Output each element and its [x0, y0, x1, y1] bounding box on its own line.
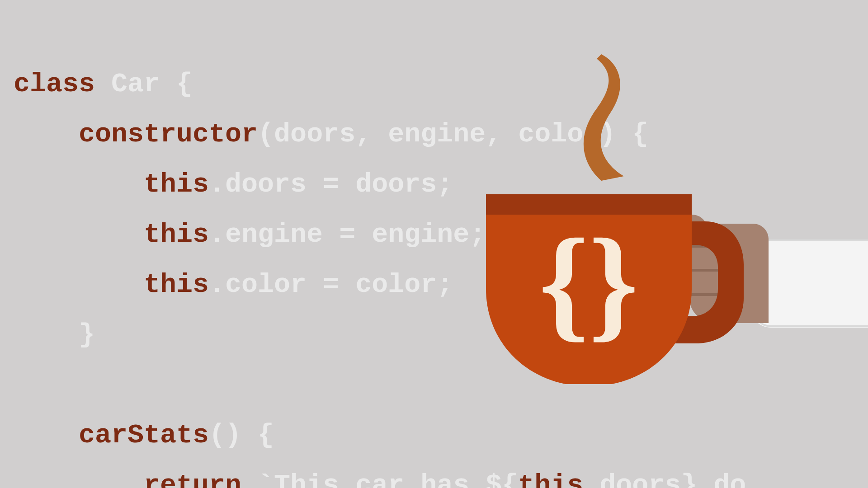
keyword-constructor: constructor [79, 119, 258, 150]
keyword-this: this [144, 269, 209, 300]
code-line-5: this.color = color; [14, 269, 453, 300]
keyword-this: this [144, 219, 209, 250]
code-line-4: this.engine = engine; [14, 219, 486, 250]
code-block: class Car { constructor(doors, engine, c… [0, 0, 868, 488]
code-line-8: carStats() { [14, 420, 274, 450]
code-line-7 [14, 370, 30, 400]
keyword-this: this [518, 470, 583, 488]
code-text: .doors} do [583, 470, 746, 488]
code-line-9: return `This car has ${this.doors} do [14, 470, 746, 488]
code-text: .color = color; [209, 269, 453, 300]
code-text: Car { [111, 69, 193, 99]
code-text: `This car has ${ [258, 470, 518, 488]
code-text: .engine = engine; [209, 219, 486, 250]
code-line-3: this.doors = doors; [14, 169, 453, 200]
code-line-6: } [14, 319, 95, 350]
keyword-this: this [144, 169, 209, 200]
keyword-return: return [144, 470, 258, 488]
code-line-2: constructor(doors, engine, color) { [14, 119, 648, 150]
code-text: .doors = doors; [209, 169, 453, 200]
keyword-class: class [14, 69, 111, 99]
code-text: (doors, engine, color) { [258, 119, 648, 150]
method-name: carStats [79, 420, 209, 450]
code-text: () { [209, 420, 274, 450]
code-text: } [79, 319, 95, 350]
code-line-1: class Car { [14, 69, 193, 99]
